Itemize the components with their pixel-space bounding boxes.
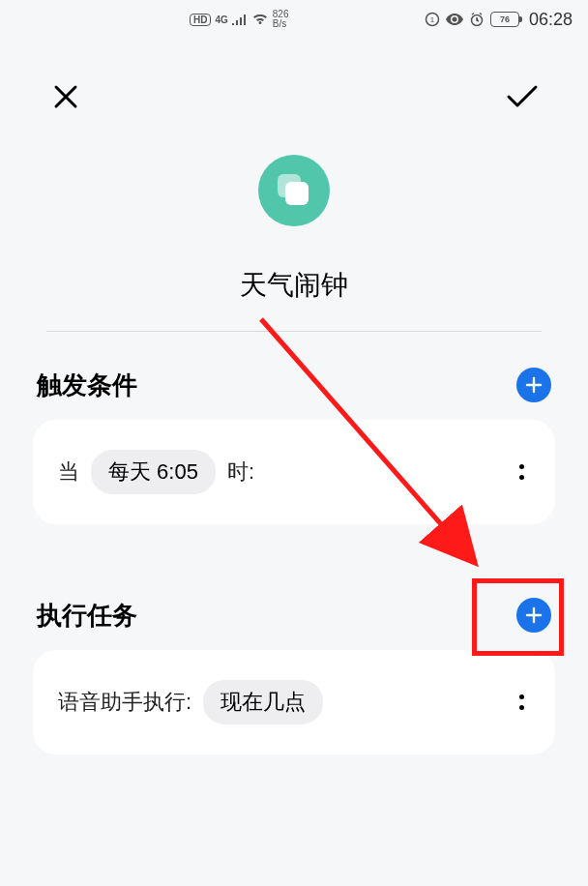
sync-icon: 1 — [425, 12, 440, 27]
title-block: 天气闹钟 — [46, 155, 542, 332]
trigger-tail-label: 时: — [227, 458, 254, 487]
signal-icon — [232, 14, 248, 25]
action-phrase-chip[interactable]: 现在几点 — [203, 680, 323, 724]
trigger-when-label: 当 — [58, 458, 79, 487]
close-button[interactable] — [46, 77, 85, 116]
action-section-title: 执行任务 — [37, 599, 137, 633]
hd-badge-icon: HD — [190, 14, 211, 26]
header-row — [0, 77, 588, 116]
close-icon — [51, 82, 80, 111]
plus-icon — [524, 605, 544, 625]
trigger-section: 触发条件 当 每天 6:05 时: — [33, 368, 555, 524]
action-more-button[interactable] — [514, 694, 530, 710]
trigger-time-chip[interactable]: 每天 6:05 — [91, 450, 216, 494]
trigger-more-button[interactable] — [514, 464, 530, 480]
action-card[interactable]: 语音助手执行: 现在几点 — [33, 650, 555, 754]
add-action-button[interactable] — [516, 598, 551, 633]
alarm-icon — [469, 12, 485, 27]
network-4g-label: 4G — [215, 15, 227, 25]
wifi-icon — [251, 13, 269, 26]
action-section: 执行任务 语音助手执行: 现在几点 — [33, 598, 555, 754]
check-icon — [505, 83, 540, 110]
add-trigger-button[interactable] — [516, 368, 551, 402]
network-speed: 826 B/s — [273, 10, 289, 29]
status-clock: 06:28 — [529, 10, 573, 30]
svg-text:1: 1 — [430, 15, 435, 24]
page-title[interactable]: 天气闹钟 — [240, 267, 348, 304]
trigger-section-title: 触发条件 — [37, 369, 137, 402]
battery-icon: 76 — [490, 12, 519, 27]
action-prefix-label: 语音助手执行: — [58, 688, 191, 717]
confirm-button[interactable] — [503, 77, 542, 116]
plus-icon — [524, 375, 544, 395]
scene-icon[interactable] — [258, 155, 330, 226]
copy-icon — [278, 174, 310, 207]
status-bar: HD 4G 826 B/s 1 76 06:28 — [0, 0, 588, 39]
trigger-card[interactable]: 当 每天 6:05 时: — [33, 420, 555, 524]
eye-icon — [446, 14, 463, 25]
